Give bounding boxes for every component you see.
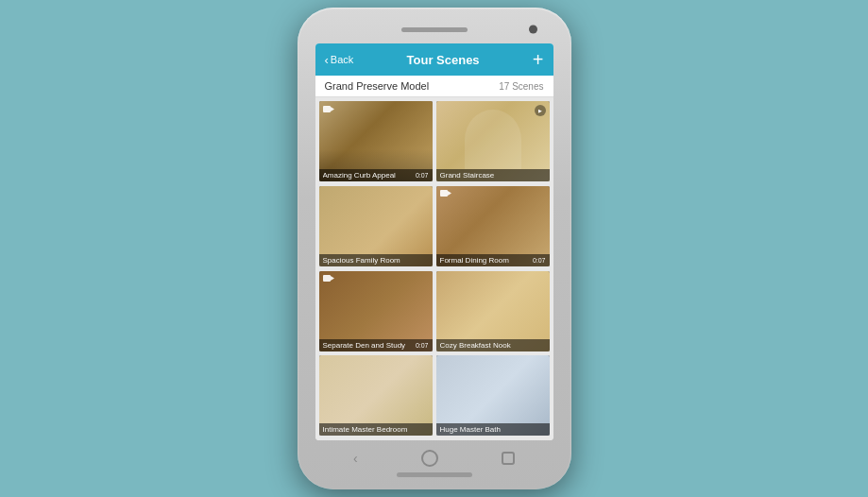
model-name-label: Grand Preserve Model [325, 80, 430, 92]
scene-label: Cozy Breakfast Nook [440, 341, 511, 350]
add-button[interactable]: + [533, 50, 544, 69]
svg-rect-4 [323, 275, 331, 282]
svg-marker-5 [331, 276, 334, 281]
svg-marker-1 [331, 107, 334, 111]
scene-label: Separate Den and Study [323, 341, 406, 350]
scene-label: Spacious Family Room [323, 256, 400, 265]
scene-item[interactable]: Spacious Family Room [319, 186, 433, 266]
scene-label-bar: Separate Den and Study0:07 [319, 339, 433, 351]
scenes-grid: Amazing Curb Appeal0:07Grand StaircaseSp… [315, 97, 553, 440]
scene-duration: 0:07 [416, 172, 429, 179]
scene-label: Amazing Curb Appeal [323, 171, 396, 180]
nav-bar: ‹ Back Tour Scenes + [315, 43, 553, 76]
scene-label-bar: Cozy Breakfast Nook [436, 339, 550, 351]
back-button[interactable]: ‹ Back [325, 53, 354, 67]
svg-rect-2 [440, 190, 448, 197]
back-label: Back [331, 54, 353, 65]
scene-label: Huge Master Bath [440, 425, 501, 434]
scene-item[interactable]: Huge Master Bath [436, 355, 550, 436]
scene-duration: 0:07 [416, 342, 429, 349]
scene-label: Formal Dining Room [440, 256, 509, 265]
scene-item[interactable]: Amazing Curb Appeal0:07 [319, 101, 433, 181]
phone-bottom-nav: ‹ [303, 448, 566, 469]
scene-duration: 0:07 [533, 257, 546, 264]
sub-header: Grand Preserve Model 17 Scenes [315, 76, 553, 97]
svg-rect-0 [323, 106, 331, 112]
phone-speaker [401, 27, 468, 32]
android-recents-button[interactable] [502, 452, 515, 465]
scene-label-bar: Intimate Master Bedroom [319, 423, 433, 436]
scene-label-bar: Formal Dining Room0:07 [436, 254, 550, 266]
scene-item[interactable]: Formal Dining Room0:07 [436, 186, 550, 266]
scene-item[interactable]: Grand Staircase [436, 101, 550, 181]
video-icon [323, 275, 334, 283]
scene-item[interactable]: Separate Den and Study0:07 [319, 271, 433, 351]
360-play-icon [535, 105, 546, 116]
app-screen: ‹ Back Tour Scenes + Grand Preserve Mode… [315, 43, 553, 440]
scene-label: Intimate Master Bedroom [323, 425, 408, 434]
scene-label-bar: Amazing Curb Appeal0:07 [319, 169, 433, 181]
scene-label-bar: Huge Master Bath [436, 423, 550, 436]
scene-label-bar: Spacious Family Room [319, 254, 433, 266]
video-icon [440, 190, 451, 197]
scene-item[interactable]: Cozy Breakfast Nook [436, 271, 550, 351]
scene-label-bar: Grand Staircase [436, 169, 550, 181]
nav-title: Tour Scenes [353, 53, 533, 67]
video-icon [323, 105, 334, 112]
scene-item[interactable]: Intimate Master Bedroom [319, 355, 433, 436]
scene-count-label: 17 Scenes [499, 81, 543, 92]
android-home-button[interactable] [421, 450, 438, 467]
back-chevron-icon: ‹ [325, 53, 329, 67]
phone-camera [529, 26, 537, 34]
phone-bottom-speaker [397, 472, 472, 477]
svg-marker-3 [448, 191, 451, 196]
scene-label: Grand Staircase [440, 171, 495, 180]
phone-shell: ‹ Back Tour Scenes + Grand Preserve Mode… [298, 8, 571, 489]
phone-top-bar [303, 21, 566, 38]
android-back-button[interactable]: ‹ [353, 451, 358, 466]
